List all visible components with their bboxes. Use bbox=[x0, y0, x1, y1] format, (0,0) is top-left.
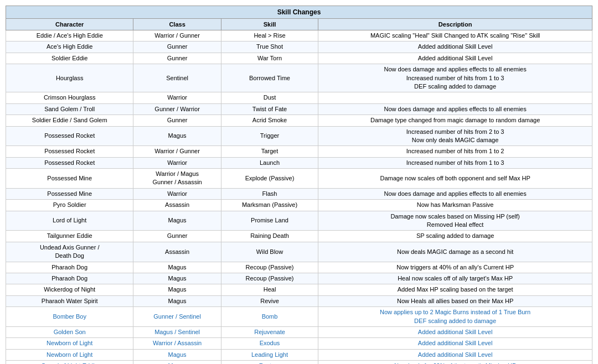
cell-character: Bomber Boy bbox=[6, 307, 133, 327]
cell-skill: Recoup (Passive) bbox=[221, 273, 318, 284]
col-header-skill: Skill bbox=[221, 19, 318, 30]
cell-character: Sand Golem / Troll bbox=[6, 103, 133, 115]
cell-skill: Revive bbox=[221, 295, 318, 306]
cell-character: Newborn of Light bbox=[6, 338, 133, 349]
cell-description: Now applies up to 2 Magic Burns instead … bbox=[318, 307, 592, 327]
cell-skill: Heal bbox=[221, 284, 318, 295]
cell-character: Undead Axis Gunner / Death Dog bbox=[6, 242, 133, 262]
cell-skill: Bomb bbox=[221, 307, 318, 327]
cell-character: Pharaoh Water Spirit bbox=[6, 295, 133, 306]
cell-character: Possessed Rocket bbox=[6, 126, 133, 146]
cell-character: Possessed Rocket bbox=[6, 157, 133, 168]
cell-character: Soldier Eddie / Sand Golem bbox=[6, 115, 133, 126]
cell-character: Crimson Hourglass bbox=[6, 92, 133, 103]
table-row: Ace's High EddieGunnerTrue ShotAdded add… bbox=[6, 41, 592, 53]
cell-class: Magus bbox=[133, 211, 221, 231]
cell-skill: Recoup (Passive) bbox=[221, 262, 318, 273]
col-header-class: Class bbox=[133, 19, 221, 30]
table-row: Pharaoh DogMagusRecoup (Passive)Now trig… bbox=[6, 262, 592, 273]
table-row: Undead Axis Gunner / Death DogAssassinWi… bbox=[6, 242, 592, 262]
cell-description: Added additional Skill Level bbox=[318, 338, 592, 349]
skill-changes-table: Skill Changes Character Class Skill Desc… bbox=[6, 6, 592, 364]
cell-description: Damage type changed from magic damage to… bbox=[318, 115, 592, 126]
cell-class: Magus bbox=[133, 349, 221, 360]
cell-class: Magus bbox=[133, 361, 221, 364]
cell-description: Added additional Skill Level bbox=[318, 53, 592, 64]
cell-character: Newborn of Light bbox=[6, 349, 133, 360]
table-body: Eddie / Ace's High EddieWarrior / Gunner… bbox=[6, 30, 592, 365]
cell-character: Golden Son bbox=[6, 326, 133, 337]
cell-skill: War Torn bbox=[221, 53, 318, 64]
cell-class: Warrior bbox=[133, 157, 221, 168]
table-row: Speed of Light EddieMagusRestoreNow heal… bbox=[6, 361, 592, 364]
table-row: Bomber BoyGunner / SentinelBombNow appli… bbox=[6, 307, 592, 327]
cell-description: Added Max HP scaling based on the target bbox=[318, 284, 592, 295]
table-row: Soldier EddieGunnerWar TornAdded additio… bbox=[6, 53, 592, 64]
cell-skill: Explode (Passive) bbox=[221, 169, 318, 189]
cell-description: Now deals MAGIC damage as a second hit bbox=[318, 242, 592, 262]
cell-class: Gunner / Warrior bbox=[133, 103, 221, 115]
table-row: Possessed MineWarrior / Magus Gunner / A… bbox=[6, 169, 592, 189]
cell-class: Gunner bbox=[133, 53, 221, 64]
table-row: Eddie / Ace's High EddieWarrior / Gunner… bbox=[6, 30, 592, 41]
cell-class: Warrior / Magus Gunner / Assassin bbox=[133, 169, 221, 189]
cell-description: Increased number of hits from 1 to 2 bbox=[318, 146, 592, 157]
cell-skill: Acrid Smoke bbox=[221, 115, 318, 126]
table-row: Sand Golem / TrollGunner / WarriorTwist … bbox=[6, 103, 592, 115]
cell-description: Heal now scales off of ally target's Max… bbox=[318, 273, 592, 284]
cell-skill: True Shot bbox=[221, 41, 318, 53]
cell-description: Now does damage and applies effects to a… bbox=[318, 103, 592, 115]
cell-skill: Promise Land bbox=[221, 211, 318, 231]
cell-skill: Flash bbox=[221, 188, 318, 199]
table-row: Pyro SoldierAssassinMarksman (Passive)No… bbox=[6, 200, 592, 211]
cell-character: Possessed Mine bbox=[6, 188, 133, 199]
cell-description: MAGIC scaling "Heal" Skill Changed to AT… bbox=[318, 30, 592, 41]
cell-character: Hourglass bbox=[6, 64, 133, 92]
cell-skill: Leading Light bbox=[221, 349, 318, 360]
table-row: Crimson HourglassWarriorDust bbox=[6, 92, 592, 103]
cell-skill: Heal > Rise bbox=[221, 30, 318, 41]
cell-class: Sentinel bbox=[133, 64, 221, 92]
cell-class: Gunner / Sentinel bbox=[133, 307, 221, 327]
cell-skill: Launch bbox=[221, 157, 318, 168]
cell-description bbox=[318, 92, 592, 103]
cell-skill: Marksman (Passive) bbox=[221, 200, 318, 211]
table-title: Skill Changes bbox=[6, 6, 592, 19]
cell-description: SP scaling added to damage bbox=[318, 231, 592, 242]
cell-skill: Restore bbox=[221, 361, 318, 364]
cell-description: Now triggers at 40% of an ally's Current… bbox=[318, 262, 592, 273]
table-row: Possessed MineWarriorFlashNow does damag… bbox=[6, 188, 592, 199]
cell-description: Increased number of hits from 1 to 3 bbox=[318, 157, 592, 168]
cell-description: Now has Marksman Passive bbox=[318, 200, 592, 211]
cell-character: Possessed Mine bbox=[6, 169, 133, 189]
cell-class: Warrior / Assassin bbox=[133, 338, 221, 349]
cell-skill: Trigger bbox=[221, 126, 318, 146]
cell-class: Gunner bbox=[133, 231, 221, 242]
cell-character: Pyro Soldier bbox=[6, 200, 133, 211]
cell-character: Wickerdog of Night bbox=[6, 284, 133, 295]
cell-description: Increased number of hits from 2 to 3 Now… bbox=[318, 126, 592, 146]
table-row: Pharaoh Water SpiritMagusReviveNow Heals… bbox=[6, 295, 592, 306]
table-row: Tailgunner EddieGunnerRaining DeathSP sc… bbox=[6, 231, 592, 242]
cell-character: Pharaoh Dog bbox=[6, 262, 133, 273]
cell-character: Lord of Light bbox=[6, 211, 133, 231]
col-header-character: Character bbox=[6, 19, 133, 30]
table-row: Possessed RocketWarrior / GunnerTargetIn… bbox=[6, 146, 592, 157]
table-row: Possessed RocketWarriorLaunchIncreased n… bbox=[6, 157, 592, 168]
cell-skill: Rejuvenate bbox=[221, 326, 318, 337]
cell-skill: Twist of Fate bbox=[221, 103, 318, 115]
table-row: Pharaoh DogMagusRecoup (Passive)Heal now… bbox=[6, 273, 592, 284]
cell-class: Magus bbox=[133, 273, 221, 284]
table-row: Newborn of LightMagusLeading LightAdded … bbox=[6, 349, 592, 360]
page-wrapper: Skill Changes Character Class Skill Desc… bbox=[0, 0, 598, 364]
table-row: Lord of LightMagusPromise LandDamage now… bbox=[6, 211, 592, 231]
cell-description: Added additional Skill Level bbox=[318, 41, 592, 53]
table-row: Soldier Eddie / Sand GolemGunnerAcrid Sm… bbox=[6, 115, 592, 126]
cell-skill: Wild Blow bbox=[221, 242, 318, 262]
cell-description: Now heals for 60% of the target's Missin… bbox=[318, 361, 592, 364]
cell-description: Now does damage and applies effects to a… bbox=[318, 188, 592, 199]
cell-class: Magus / Sentinel bbox=[133, 326, 221, 337]
table-title-row: Skill Changes bbox=[6, 6, 592, 19]
cell-skill: Target bbox=[221, 146, 318, 157]
table-header-row: Character Class Skill Description bbox=[6, 19, 592, 30]
